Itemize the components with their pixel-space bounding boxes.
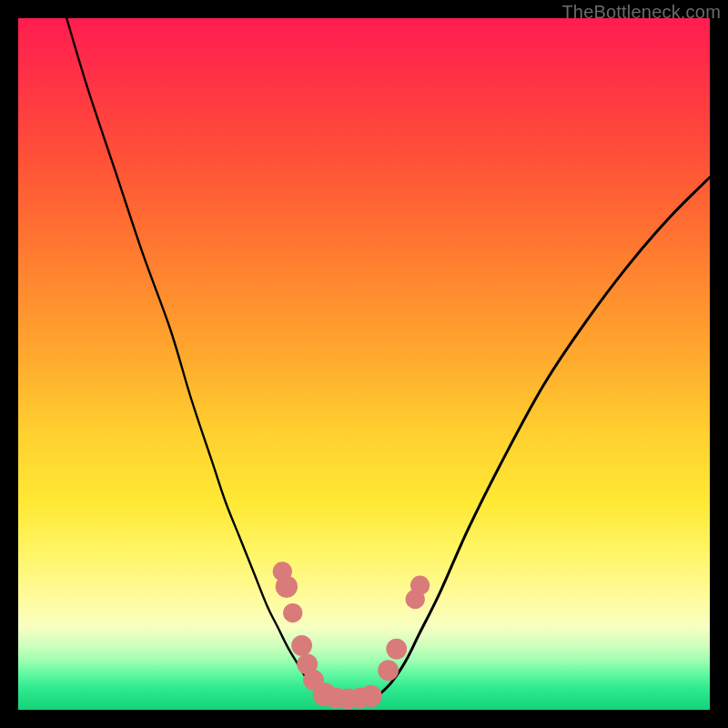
data-marker [291, 635, 312, 656]
watermark-text: TheBottleneck.com [561, 2, 721, 23]
data-marker [386, 639, 407, 660]
data-marker [276, 576, 298, 598]
data-marker [378, 660, 399, 681]
data-marker [283, 603, 302, 622]
data-marker [410, 576, 430, 595]
plot-area [18, 18, 710, 710]
right-curve [378, 177, 710, 696]
data-marker [359, 685, 381, 707]
marker-group [273, 561, 430, 709]
chart-svg [18, 18, 710, 710]
chart-frame: TheBottleneck.com [0, 0, 728, 728]
